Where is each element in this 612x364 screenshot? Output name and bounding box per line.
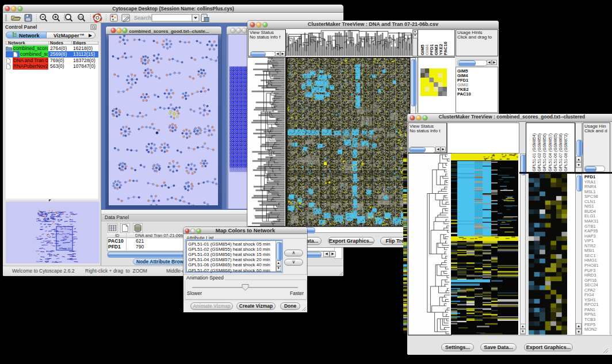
- svg-text:Search:: Search:: [134, 14, 153, 21]
- svg-text:1:1: 1:1: [79, 16, 83, 19]
